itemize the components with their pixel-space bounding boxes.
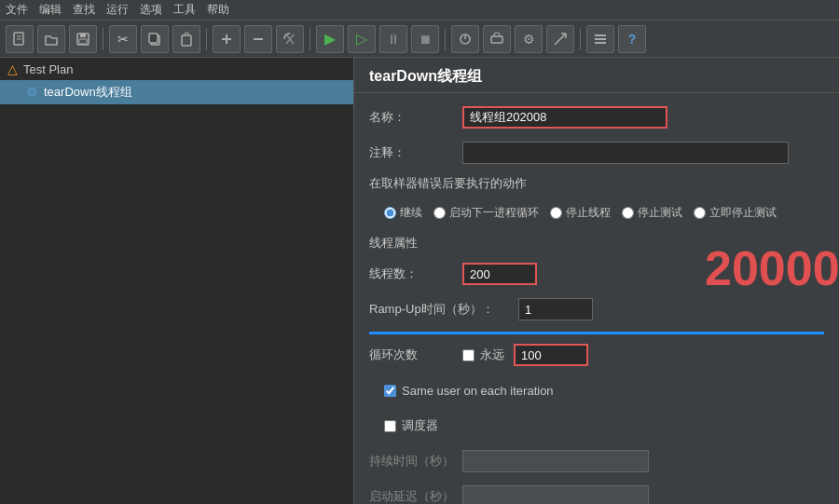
tree-item-teardown[interactable]: ⚙ tearDown线程组 — [0, 80, 353, 104]
threads-row: 线程数： 20000 — [369, 261, 824, 287]
duration-label: 持续时间（秒） — [369, 453, 462, 470]
radio-stop-now-label: 立即停止测试 — [709, 205, 777, 221]
scheduler-option[interactable]: 调度器 — [384, 417, 438, 434]
same-user-option[interactable]: Same user on each iteration — [384, 384, 554, 398]
radio-continue-input[interactable] — [384, 207, 396, 219]
menu-options[interactable]: 选项 — [140, 2, 162, 18]
same-user-label: Same user on each iteration — [402, 384, 554, 398]
copy-btn[interactable] — [141, 25, 169, 53]
svg-rect-8 — [182, 35, 191, 46]
main-layout: △ Test Plan ⚙ tearDown线程组 ··· tearDown线程… — [0, 58, 839, 504]
svg-rect-4 — [80, 34, 86, 37]
same-user-row: Same user on each iteration — [369, 377, 824, 403]
menu-help[interactable]: 帮助 — [207, 2, 229, 18]
radio-stop-test-label: 停止测试 — [638, 205, 682, 221]
remove-btn[interactable] — [244, 25, 272, 53]
radio-stop-test[interactable]: 停止测试 — [622, 205, 682, 221]
help-btn[interactable]: ? — [618, 25, 646, 53]
comment-row: 注释： — [369, 140, 824, 166]
sep3 — [309, 28, 310, 50]
threads-input[interactable] — [462, 263, 537, 285]
clear-btn[interactable] — [276, 25, 304, 53]
blue-divider — [369, 332, 824, 334]
radio-stop-thread-label: 停止线程 — [566, 205, 611, 221]
rampup-row: Ramp-Up时间（秒）： — [369, 296, 824, 322]
svg-rect-15 — [595, 34, 606, 36]
duration-row: 持续时间（秒） — [369, 448, 824, 474]
testplan-icon: △ — [7, 61, 18, 76]
sep2 — [206, 28, 207, 50]
tool3-btn[interactable]: ⚙ — [515, 25, 543, 53]
teardown-icon: ⚙ — [26, 85, 38, 100]
big-number: 20000 — [705, 244, 839, 293]
radio-stop-thread[interactable]: 停止线程 — [550, 205, 611, 221]
tree-teardown-label: tearDown线程组 — [44, 84, 132, 101]
radio-stop-now-input[interactable] — [694, 207, 706, 219]
loops-label: 循环次数 — [369, 347, 462, 363]
stop-btn[interactable]: ⏹ — [411, 25, 439, 53]
thread-props-section: 线程属性 线程数： 20000 Ramp-Up时间（秒）： — [369, 235, 824, 504]
rampup-input[interactable] — [518, 298, 593, 320]
tree-item-testplan[interactable]: △ Test Plan — [0, 58, 353, 80]
tool4-btn[interactable] — [546, 25, 574, 53]
menu-edit[interactable]: 编辑 — [39, 2, 62, 18]
comment-label: 注释： — [369, 144, 462, 161]
loops-row: 循环次数 永远 — [369, 342, 824, 368]
run-alt-btn[interactable]: ▷ — [348, 25, 376, 53]
left-panel: △ Test Plan ⚙ tearDown线程组 — [0, 58, 354, 504]
list-btn[interactable] — [586, 25, 614, 53]
radio-stop-test-input[interactable] — [622, 207, 634, 219]
form-area: 名称： 注释： 在取样器错误后要执行的动作 继续 — [354, 93, 839, 504]
svg-rect-14 — [491, 36, 502, 43]
radio-continue-label: 继续 — [400, 205, 422, 221]
new-btn[interactable] — [6, 25, 34, 53]
forever-checkbox[interactable] — [462, 349, 475, 361]
menu-run[interactable]: 运行 — [106, 2, 129, 18]
radio-group-row: 继续 启动下一进程循环 停止线程 停止测试 — [369, 199, 824, 225]
svg-rect-5 — [79, 39, 87, 44]
radio-stop-now[interactable]: 立即停止测试 — [694, 205, 777, 221]
name-row: 名称： — [369, 104, 824, 130]
comment-input[interactable] — [462, 142, 789, 164]
svg-rect-7 — [149, 34, 158, 43]
sep5 — [580, 28, 581, 50]
cut-btn[interactable]: ✂ — [109, 25, 137, 53]
radio-next-loop[interactable]: 启动下一进程循环 — [433, 205, 539, 221]
radio-next-loop-label: 启动下一进程循环 — [449, 205, 539, 221]
delay-label: 启动延迟（秒） — [369, 488, 462, 504]
error-action-radio-group: 继续 启动下一进程循环 停止线程 停止测试 — [384, 205, 777, 221]
menu-file[interactable]: 文件 — [6, 2, 28, 18]
run-btn[interactable]: ▶ — [316, 25, 344, 53]
svg-rect-17 — [595, 42, 606, 44]
same-user-checkbox[interactable] — [384, 385, 396, 397]
radio-next-loop-input[interactable] — [433, 207, 446, 219]
radio-stop-thread-input[interactable] — [550, 207, 562, 219]
toolbar: ✂ ▶ ▷ ⏸ ⏹ ⚙ ? — [0, 20, 839, 58]
delay-input[interactable] — [462, 485, 649, 504]
tool1-btn[interactable] — [451, 25, 479, 53]
tool2-btn[interactable] — [483, 25, 511, 53]
tree-testplan-label: Test Plan — [23, 62, 73, 76]
loops-input[interactable] — [514, 344, 588, 366]
delay-row: 启动延迟（秒） — [369, 484, 824, 504]
scheduler-label: 调度器 — [402, 417, 438, 434]
save-btn[interactable] — [69, 25, 97, 53]
open-btn[interactable] — [37, 25, 65, 53]
side-dots: ··· — [354, 263, 361, 293]
pause-btn[interactable]: ⏸ — [379, 25, 407, 53]
radio-continue[interactable]: 继续 — [384, 205, 422, 221]
loops-controls: 永远 — [462, 344, 588, 366]
scheduler-checkbox[interactable] — [384, 420, 396, 432]
sep4 — [445, 28, 446, 50]
scheduler-row: 调度器 — [369, 413, 824, 439]
menu-bar: 文件 编辑 查找 运行 选项 工具 帮助 — [0, 0, 839, 20]
threads-label: 线程数： — [369, 266, 462, 282]
paste-btn[interactable] — [172, 25, 200, 53]
panel-title: tearDown线程组 — [354, 58, 839, 93]
svg-rect-16 — [595, 38, 606, 40]
name-input[interactable] — [462, 106, 667, 129]
menu-find[interactable]: 查找 — [73, 2, 95, 18]
add-btn[interactable] — [213, 25, 241, 53]
duration-input[interactable] — [462, 450, 649, 472]
menu-tools[interactable]: 工具 — [173, 2, 196, 18]
